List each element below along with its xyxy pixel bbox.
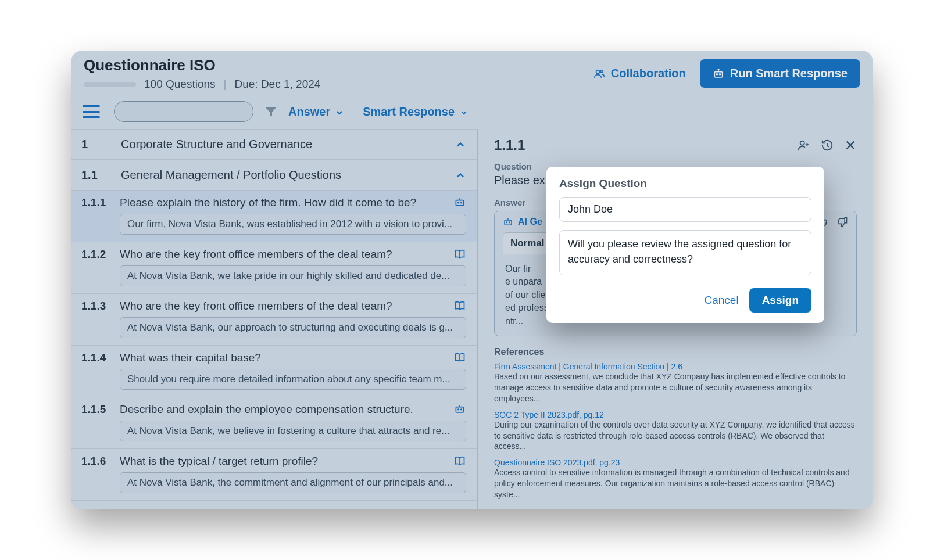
question-text: Who are the key front office members of … <box>120 300 444 313</box>
search-input[interactable] <box>114 101 253 122</box>
page-title: Questionnaire ISO <box>84 56 320 74</box>
due-date: Due: Dec 1, 2024 <box>234 78 320 91</box>
answer-preview: At Nova Vista Bank, we take pride in our… <box>120 265 466 286</box>
header: Questionnaire ISO 100 Questions | Due: D… <box>71 51 873 95</box>
robot-icon <box>713 68 724 80</box>
svg-point-3 <box>716 73 717 74</box>
question-row[interactable]: 1.1.5 Describe and explain the employee … <box>71 397 477 449</box>
question-number: 1.1.3 <box>81 300 110 313</box>
question-number: 1.1.4 <box>81 351 110 364</box>
question-text: Who are the key front office members of … <box>120 248 444 261</box>
svg-point-4 <box>719 73 720 74</box>
history-icon[interactable] <box>821 139 834 152</box>
run-smart-response-label: Run Smart Response <box>730 67 848 80</box>
question-number: 1.1.5 <box>81 403 110 416</box>
menu-button[interactable] <box>83 105 100 118</box>
people-icon <box>593 68 605 80</box>
detail-question-number: 1.1.1 <box>494 137 525 153</box>
question-row[interactable]: 1.1.1 Please explain the history of the … <box>71 191 477 242</box>
book-icon <box>453 455 466 466</box>
robot-icon <box>453 196 466 208</box>
reference-item: Questionnaire ISO 2023.pdf, pg.23 Access… <box>494 458 857 500</box>
progress-bar <box>84 82 136 87</box>
message-input[interactable] <box>559 230 811 275</box>
svg-point-1 <box>600 70 603 72</box>
answer-preview: At Nova Vista Bank, the commitment and a… <box>120 472 466 493</box>
svg-rect-6 <box>456 200 463 206</box>
reference-text: Based on our assessment, we conclude tha… <box>494 371 857 404</box>
book-icon <box>453 351 466 363</box>
book-icon <box>453 300 466 311</box>
question-number: 1.1.2 <box>81 248 110 261</box>
assignee-input[interactable] <box>559 197 811 222</box>
reference-item: SOC 2 Type II 2023.pdf, pg.12 During our… <box>494 410 857 453</box>
separator: | <box>224 78 227 91</box>
robot-icon <box>503 216 513 228</box>
svg-point-7 <box>458 202 459 203</box>
cancel-button[interactable]: Cancel <box>704 294 738 307</box>
question-row[interactable]: 1.1.6 What is the typical / target retur… <box>71 449 477 501</box>
collaboration-button[interactable]: Collaboration <box>593 67 686 80</box>
answer-preview: At Nova Vista Bank, our approach to stru… <box>120 317 466 338</box>
svg-point-5 <box>718 69 719 70</box>
reference-link[interactable]: Firm Assessment | General Information Se… <box>494 362 857 371</box>
filter-icon[interactable] <box>264 105 278 119</box>
question-list: 1 Corporate Structure and Governance 1.1… <box>71 129 478 509</box>
reference-text: Access control to sensitive information … <box>494 467 857 500</box>
chevron-down-icon <box>459 107 469 116</box>
svg-rect-2 <box>714 71 722 77</box>
assign-user-icon[interactable] <box>798 139 810 152</box>
svg-point-14 <box>506 222 507 223</box>
svg-point-15 <box>509 222 510 223</box>
section-row[interactable]: 1.1 General Management / Portfolio Quest… <box>71 160 477 191</box>
reference-link[interactable]: SOC 2 Type II 2023.pdf, pg.12 <box>494 410 857 419</box>
answer-preview: Should you require more detailed informa… <box>120 369 466 390</box>
svg-rect-13 <box>505 220 512 225</box>
book-icon <box>453 248 466 260</box>
svg-point-11 <box>461 409 462 410</box>
svg-point-12 <box>800 141 804 145</box>
question-text: What was their capital base? <box>120 351 444 364</box>
reference-text: During our examination of the controls o… <box>494 419 857 453</box>
smart-response-dropdown[interactable]: Smart Response <box>363 105 469 119</box>
toolbar: Answer Smart Response <box>71 95 873 129</box>
reference-link[interactable]: Questionnaire ISO 2023.pdf, pg.23 <box>494 458 857 467</box>
chevron-up-icon <box>455 139 466 150</box>
reference-item: Firm Assessment | General Information Se… <box>494 362 857 404</box>
question-row[interactable]: 1.1.3 Who are the key front office membe… <box>71 294 477 346</box>
question-text: Please explain the history of the firm. … <box>120 196 444 209</box>
question-row[interactable]: 1.1.4 What was their capital base? Shoul… <box>71 346 477 397</box>
thumbs-down-icon[interactable] <box>836 216 848 228</box>
question-row[interactable]: 1.1.2 Who are the key front office membe… <box>71 242 477 294</box>
svg-point-10 <box>458 409 459 410</box>
chevron-down-icon <box>335 107 344 116</box>
answer-dropdown[interactable]: Answer <box>288 105 344 119</box>
question-count: 100 Questions <box>144 78 216 91</box>
assign-question-modal: Assign Question Cancel Assign <box>546 167 824 323</box>
collaboration-label: Collaboration <box>611 67 686 80</box>
question-text: What is the typical / target return prof… <box>120 455 444 468</box>
svg-rect-9 <box>456 407 463 412</box>
question-number: 1.1.1 <box>81 196 110 209</box>
run-smart-response-button[interactable]: Run Smart Response <box>700 59 860 88</box>
assign-button[interactable]: Assign <box>749 288 811 313</box>
ai-generated-badge: AI Ge <box>503 216 542 228</box>
svg-point-0 <box>596 70 599 73</box>
close-icon[interactable] <box>844 139 857 152</box>
question-number: 1.1.6 <box>81 455 110 468</box>
modal-title: Assign Question <box>559 177 811 190</box>
answer-preview: At Nova Vista Bank, we believe in foster… <box>120 421 466 441</box>
references-label: References <box>494 347 857 357</box>
section-row[interactable]: 1 Corporate Structure and Governance <box>71 129 477 160</box>
question-text: Describe and explain the employee compen… <box>120 403 444 416</box>
robot-icon <box>453 403 466 415</box>
answer-preview: Our firm, Nova Vista Bank, was establish… <box>120 214 466 235</box>
format-selector[interactable]: Normal <box>503 232 552 254</box>
chevron-up-icon <box>455 170 466 181</box>
svg-point-8 <box>461 202 462 203</box>
